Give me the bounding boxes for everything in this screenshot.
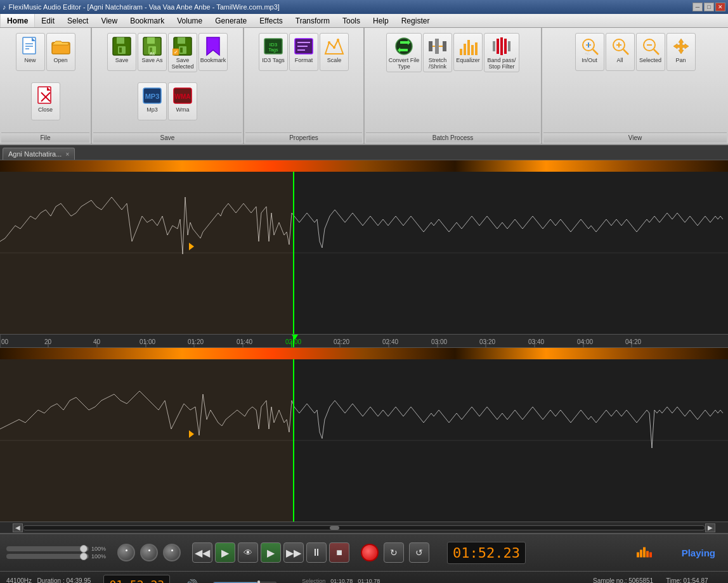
- maximize-button[interactable]: □: [704, 3, 714, 11]
- loop-button[interactable]: ↻: [384, 542, 404, 563]
- menu-home[interactable]: Home: [0, 14, 35, 27]
- svg-text:02:40: 02:40: [382, 338, 398, 345]
- play-loop-button[interactable]: ▶: [215, 542, 235, 563]
- svg-text:As: As: [150, 51, 155, 56]
- svg-rect-13: [147, 37, 155, 44]
- bookmark-button[interactable]: Bookmark: [198, 33, 228, 71]
- format-button[interactable]: Format: [289, 33, 318, 71]
- menu-tools[interactable]: Tools: [336, 14, 367, 27]
- sample-no: Sample no.: 5065851: [593, 577, 653, 584]
- file-tab[interactable]: Agni Natchatira... ×: [3, 148, 75, 160]
- svg-rect-38: [429, 41, 432, 51]
- playing-status: Playing: [682, 548, 715, 558]
- speed-slider[interactable]: [6, 554, 89, 559]
- svg-line-57: [623, 49, 628, 54]
- vu-meter: [637, 545, 652, 558]
- volume-slider[interactable]: [6, 546, 89, 551]
- file-info: 44100Hz Duration : 04:39.95 16bits Sampl…: [6, 577, 91, 584]
- svg-text:04:00: 04:00: [577, 338, 593, 345]
- selection-info: Selection 01:10.78 01:10.78 View 00 04:3…: [302, 578, 380, 584]
- zoom-out-button[interactable]: Selected: [636, 33, 665, 71]
- svg-point-34: [328, 41, 330, 44]
- bottom-waveform-svg: [0, 359, 728, 522]
- record-button[interactable]: [361, 544, 379, 561]
- svg-line-52: [593, 49, 598, 54]
- wma-button[interactable]: WMA Wma: [168, 82, 197, 120]
- scroll-right-button[interactable]: ▶: [705, 523, 715, 532]
- main-area: 00 20 40 01:00 01:20 01:40 02:00 02:20 0…: [0, 160, 728, 522]
- knob-2[interactable]: [140, 544, 158, 561]
- svg-text:03:40: 03:40: [528, 338, 544, 345]
- close-file-button[interactable]: Close: [31, 82, 60, 120]
- svg-rect-50: [508, 41, 510, 51]
- scroll-track[interactable]: [23, 525, 705, 530]
- volume-slider-container: 100% 100%: [6, 546, 106, 560]
- save-as-icon: As: [142, 36, 162, 56]
- svg-text:02:20: 02:20: [334, 338, 349, 345]
- equalizer-button[interactable]: Equalizer: [453, 33, 483, 71]
- menu-select[interactable]: Select: [61, 14, 94, 27]
- rewind-button[interactable]: ◀◀: [192, 542, 212, 563]
- save-section-label: Save: [93, 132, 242, 143]
- scale-icon: [324, 36, 344, 56]
- menu-register[interactable]: Register: [395, 14, 436, 27]
- toolbar-batch-section: Convert File Type Stretch /Shrink Equali…: [365, 28, 542, 144]
- svg-text:ID3: ID3: [270, 42, 278, 48]
- save-as-button[interactable]: As Save As: [138, 33, 167, 71]
- pan-button[interactable]: Pan: [666, 33, 696, 71]
- convert-button[interactable]: Convert File Type: [386, 33, 422, 72]
- svg-text:03:00: 03:00: [431, 338, 447, 345]
- play-button[interactable]: ▶: [261, 542, 281, 563]
- speed-value: 100%: [91, 553, 106, 560]
- save-selected-button[interactable]: ✓ Save Selected: [168, 33, 197, 72]
- eye-button[interactable]: 👁: [238, 542, 258, 563]
- menu-view[interactable]: View: [94, 14, 124, 27]
- top-waveform-canvas[interactable]: [0, 172, 728, 334]
- tab-close-button[interactable]: ×: [65, 151, 69, 158]
- zoom-in-out-button[interactable]: +/- In/Out: [575, 33, 604, 71]
- id3tags-button[interactable]: ID3Tags ID3 Tags: [259, 33, 288, 71]
- close-button[interactable]: ✕: [715, 3, 725, 11]
- toolbar-properties-section: ID3Tags ID3 Tags Format Scale Properties: [244, 28, 365, 144]
- svg-text:40: 40: [93, 338, 101, 345]
- mp3-button[interactable]: MP3 Mp3: [138, 82, 167, 120]
- title-bar-controls[interactable]: ─ □ ✕: [692, 3, 725, 11]
- repeat-button[interactable]: ↺: [409, 542, 429, 563]
- menu-transform[interactable]: Transform: [289, 14, 336, 27]
- bottom-waveform-header: [0, 348, 728, 359]
- fast-forward-button[interactable]: ▶▶: [283, 542, 304, 563]
- pause-button[interactable]: ⏸: [306, 542, 327, 563]
- menu-edit[interactable]: Edit: [35, 14, 61, 27]
- svg-text:01:00: 01:00: [140, 338, 155, 345]
- wma-label: Wma: [176, 107, 190, 113]
- stop-button[interactable]: ■: [329, 542, 349, 563]
- svg-rect-47: [497, 39, 499, 54]
- bottom-waveform-canvas[interactable]: [0, 359, 728, 522]
- time-display: 01:52.23: [447, 542, 526, 564]
- bandpass-button[interactable]: Band pass/ Stop Filter: [484, 33, 519, 72]
- scale-button[interactable]: Scale: [320, 33, 349, 71]
- svg-text:20: 20: [44, 338, 52, 345]
- stretch-button[interactable]: Stretch /Shrink: [423, 33, 452, 72]
- scroll-left-button[interactable]: ◀: [13, 523, 23, 532]
- minimize-button[interactable]: ─: [692, 3, 703, 11]
- zoom-in-button[interactable]: All: [606, 33, 635, 71]
- open-button[interactable]: Open: [46, 33, 75, 71]
- new-button[interactable]: New: [16, 33, 45, 71]
- menu-help[interactable]: Help: [367, 14, 395, 27]
- knob-1[interactable]: [117, 544, 135, 561]
- svg-text:00: 00: [1, 338, 9, 345]
- knob-3[interactable]: [163, 544, 181, 561]
- file-buttons: New Open Close: [1, 30, 89, 132]
- menu-volume[interactable]: Volume: [171, 14, 209, 27]
- svg-rect-46: [493, 41, 495, 51]
- menu-generate[interactable]: Generate: [209, 14, 253, 27]
- svg-rect-45: [475, 42, 478, 55]
- mute-icon[interactable]: 🔊: [185, 579, 198, 583]
- svg-rect-66: [0, 335, 728, 348]
- format-label: Format: [295, 58, 313, 64]
- menu-bookmark[interactable]: Bookmark: [124, 14, 171, 27]
- menu-effects[interactable]: Effects: [253, 14, 289, 27]
- scroll-thumb[interactable]: [330, 526, 339, 530]
- save-button[interactable]: Save: [107, 33, 136, 71]
